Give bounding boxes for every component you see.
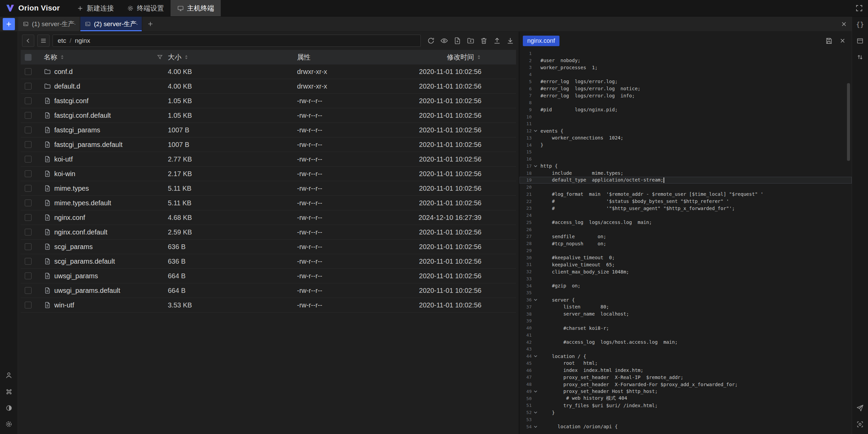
delete-icon[interactable]	[479, 36, 488, 45]
editor-line[interactable]: 8	[519, 99, 852, 106]
sort-icon[interactable]	[856, 53, 865, 61]
editor-line[interactable]: 22 # '$status $body_bytes_sent "$http_re…	[519, 198, 852, 205]
select-all-checkbox[interactable]	[25, 54, 32, 61]
panel-icon[interactable]	[856, 36, 865, 45]
table-row[interactable]: nginx.conf4.68 KB-rw-r--r--2024-12-10 16…	[21, 210, 516, 225]
table-row[interactable]: fastcgi_params.default1007 B-rw-r--r--20…	[21, 137, 516, 152]
file-name[interactable]: conf.d	[54, 68, 73, 76]
column-header-mtime[interactable]: 修改时间	[412, 53, 516, 62]
file-name[interactable]: koi-win	[54, 170, 75, 178]
row-checkbox[interactable]	[25, 97, 32, 104]
tab-server-1[interactable]: (1) server-生产-1	[18, 17, 80, 31]
sort-carets-icon[interactable]	[476, 54, 481, 60]
editor-line[interactable]: 37 listen 80;	[519, 303, 852, 310]
file-name[interactable]: nginx.conf.default	[54, 228, 107, 236]
editor-line[interactable]: 47 proxy_set_header X-Real-IP $remote_ad…	[519, 374, 852, 381]
nav-new-connection[interactable]: 新建连接	[70, 0, 120, 16]
table-row[interactable]: mime.types.default5.11 KB-rw-r--r--2020-…	[21, 196, 516, 210]
settings-icon[interactable]	[4, 420, 13, 429]
editor-line[interactable]: 17http {	[519, 163, 852, 170]
row-checkbox[interactable]	[25, 170, 32, 177]
app-logo[interactable]: Orion Visor	[5, 3, 60, 13]
editor-line[interactable]: 24	[519, 212, 852, 219]
shortcuts-icon[interactable]	[4, 387, 13, 396]
file-name[interactable]: fastcgi_params	[54, 126, 100, 134]
file-name[interactable]: scgi_params	[54, 243, 93, 251]
file-name[interactable]: fastcgi.conf	[54, 97, 88, 105]
editor-line[interactable]: 9#pid logs/nginx.pid;	[519, 106, 852, 113]
user-icon[interactable]	[4, 371, 13, 380]
row-checkbox[interactable]	[25, 229, 32, 235]
editor-line[interactable]: 39	[519, 318, 852, 325]
editor-line[interactable]: 20	[519, 184, 852, 191]
nav-terminal-settings[interactable]: 终端设置	[120, 0, 171, 16]
row-checkbox[interactable]	[25, 141, 32, 148]
row-checkbox[interactable]	[25, 156, 32, 163]
editor-line[interactable]: 52 }	[519, 409, 852, 416]
editor-line[interactable]: 31 keepalive_timeout 65;	[519, 261, 852, 268]
file-name[interactable]: fastcgi.conf.default	[54, 112, 111, 119]
file-name[interactable]: fastcgi_params.default	[54, 141, 122, 149]
editor-line[interactable]: 38 server_name localhost;	[519, 310, 852, 318]
table-row[interactable]: fastcgi.conf1.05 KB-rw-r--r--2020-11-01 …	[21, 94, 516, 108]
editor-line[interactable]: 11	[519, 120, 852, 128]
table-row[interactable]: fastcgi_params1007 B-rw-r--r--2020-11-01…	[21, 123, 516, 137]
braces-icon[interactable]: {}	[856, 20, 865, 29]
editor-line[interactable]: 34 #gzip on;	[519, 282, 852, 289]
table-row[interactable]: uwsgi_params664 B-rw-r--r--2020-11-01 10…	[21, 269, 516, 283]
editor-line[interactable]: 35	[519, 289, 852, 297]
editor-line[interactable]: 4	[519, 71, 852, 78]
upload-icon[interactable]	[493, 36, 501, 45]
editor-content[interactable]: 12#user nobody;3worker_processes 1;45#er…	[519, 50, 852, 434]
filter-icon[interactable]	[157, 54, 163, 60]
row-checkbox[interactable]	[25, 112, 32, 119]
refresh-icon[interactable]	[427, 36, 435, 45]
column-header-name[interactable]: 名称	[36, 53, 168, 62]
editor-line[interactable]: 14}	[519, 141, 852, 149]
editor-line[interactable]: 42 #access_log logs/host.access.log main…	[519, 339, 852, 346]
add-tab-icon[interactable]	[142, 17, 158, 31]
editor-line[interactable]: 12events {	[519, 127, 852, 134]
close-panel-icon[interactable]	[836, 17, 852, 31]
editor-line[interactable]: 29	[519, 247, 852, 254]
editor-line[interactable]: 28 #tcp_nopush on;	[519, 240, 852, 247]
file-name[interactable]: default.d	[54, 82, 80, 90]
editor-line[interactable]: 15	[519, 149, 852, 156]
table-row[interactable]: scgi_params636 B-rw-r--r--2020-11-01 10:…	[21, 240, 516, 254]
table-row[interactable]: scgi_params.default636 B-rw-r--r--2020-1…	[21, 254, 516, 269]
fold-chevron-icon[interactable]	[532, 353, 539, 360]
editor-line[interactable]: 36 server {	[519, 296, 852, 303]
row-checkbox[interactable]	[25, 214, 32, 221]
fold-chevron-icon[interactable]	[532, 127, 539, 134]
row-checkbox[interactable]	[25, 243, 32, 250]
editor-line[interactable]: 43	[519, 346, 852, 353]
editor-line[interactable]: 7#error_log logs/error.log info;	[519, 92, 852, 99]
table-row[interactable]: mime.types5.11 KB-rw-r--r--2020-11-01 10…	[21, 181, 516, 196]
editor-line[interactable]: 45 root html;	[519, 360, 852, 367]
editor-line[interactable]: 33	[519, 275, 852, 282]
new-file-icon[interactable]	[453, 36, 462, 45]
editor-line[interactable]: 23 # '"$http_user_agent" "$http_x_forwar…	[519, 205, 852, 212]
editor-line[interactable]: 2#user nobody;	[519, 57, 852, 64]
editor-line[interactable]: 26	[519, 226, 852, 233]
row-checkbox[interactable]	[25, 68, 32, 75]
download-icon[interactable]	[506, 36, 515, 45]
editor-line[interactable]: 19 default_type application/octet-stream…	[519, 177, 852, 184]
file-name[interactable]: koi-utf	[54, 155, 73, 163]
new-terminal-button[interactable]	[3, 18, 15, 30]
close-editor-icon[interactable]	[839, 37, 846, 44]
editor-line[interactable]: 44 location / {	[519, 353, 852, 360]
table-row[interactable]: koi-win2.17 KB-rw-r--r--2020-11-01 10:02…	[21, 167, 516, 181]
editor-line[interactable]: 54 location /orion/api {	[519, 423, 852, 430]
row-checkbox[interactable]	[25, 83, 32, 90]
sort-carets-icon[interactable]	[184, 54, 189, 60]
row-checkbox[interactable]	[25, 258, 32, 265]
row-checkbox[interactable]	[25, 200, 32, 206]
file-name[interactable]: win-utf	[54, 301, 74, 309]
new-folder-icon[interactable]	[466, 36, 475, 45]
row-checkbox[interactable]	[25, 302, 32, 308]
row-checkbox[interactable]	[25, 185, 32, 192]
editor-line[interactable]: 13 worker_connections 1024;	[519, 134, 852, 141]
table-row[interactable]: default.d4.00 KBdrwxr-xr-x2020-11-01 10:…	[21, 79, 516, 94]
fold-chevron-icon[interactable]	[532, 409, 539, 416]
